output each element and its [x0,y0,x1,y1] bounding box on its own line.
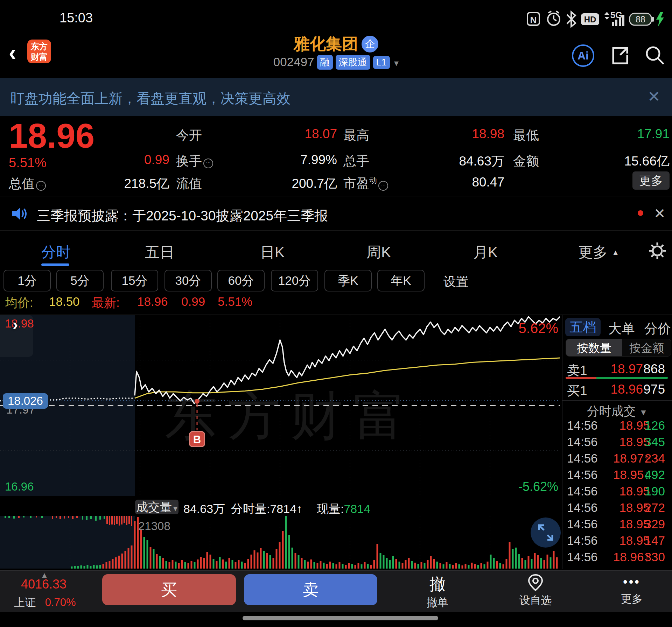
news-bar[interactable]: 三季报预披露：于2025-10-30披露2025年三季报 ✕ [0,197,672,231]
interval-button-30分[interactable]: 30分 [164,270,212,291]
toggle-by-amount[interactable]: 按金额 [622,339,671,357]
status-bar: 15:03 N HD 5G [0,8,672,29]
ask-row[interactable]: 卖1 18.97 868 [562,362,672,376]
toggle-by-quantity[interactable]: 按数量 [566,339,622,357]
sell-button[interactable]: 卖 [244,574,377,605]
trade-row[interactable]: 14:5618.95147 [562,534,672,549]
news-text[interactable]: 三季报预披露：于2025-10-30披露2025年三季报 [37,206,328,225]
bluetooth-icon [567,12,575,27]
turnover-label[interactable]: 换手⋯ [176,153,213,170]
svg-text:88: 88 [636,14,645,24]
change-value: 0.99 [91,153,169,167]
volume-header: 成交量▾ 84.63万 分时量:7814↑ 现量:7814 [0,500,560,515]
stock-name: 雅化集团 [294,35,358,53]
interval-button-年K[interactable]: 年K [377,270,425,291]
bid-row[interactable]: 买1 18.96 975 [562,382,672,396]
trade-list[interactable]: 14:5618.9512614:5618.9534514:5618.97↑234… [562,418,672,569]
home-indicator[interactable] [243,616,438,620]
buy-button[interactable]: 买 [102,574,236,605]
app-screen: 15:03 N HD 5G [0,0,672,627]
trade-row[interactable]: 14:5618.95190 [562,484,672,500]
trade-row[interactable]: 14:5618.95126 [562,418,672,434]
price-chart[interactable]: 18.98 › 17.97 18.026 16.96 5.62% -5.62% … [0,315,561,496]
cost-price-badge: 18.026 [3,393,48,409]
trade-row[interactable]: 14:5618.95272 [562,501,672,516]
trade-row[interactable]: 14:5618.97↑234 [562,451,672,467]
tab-price-dist[interactable]: 分价 [644,320,671,338]
fullscreen-button[interactable] [531,517,561,548]
mktcap-label[interactable]: 总值⋯ [9,175,46,192]
chevron-down-icon[interactable]: ▾ [394,58,399,68]
tab-big-orders[interactable]: 大单 [608,320,635,338]
axis-pct-high: 5.62% [519,320,558,336]
search-icon[interactable] [644,44,666,66]
banner-close-icon[interactable]: ✕ [648,87,660,105]
settings-gear-icon[interactable] [648,241,667,261]
interval-settings[interactable]: 设置 [443,273,469,290]
volume-dropdown[interactable]: 成交量▾ [135,500,178,514]
float-value: 200.7亿 [245,175,337,192]
tab-daily[interactable]: 日K [260,242,285,262]
divider [562,400,672,401]
trade-row[interactable]: 14:5618.96↑330 [562,550,672,565]
share-icon[interactable] [609,45,630,66]
interval-button-1分[interactable]: 1分 [4,270,51,291]
add-watchlist-button[interactable]: 设自选 [513,573,558,608]
index-name: 上证 [14,596,36,608]
interval-button-5分[interactable]: 5分 [56,270,104,291]
tab-weekly[interactable]: 周K [366,242,391,262]
news-close-icon[interactable]: ✕ [654,205,666,221]
latest-change: 0.99 [181,295,205,309]
axis-pct-low: -5.62% [518,479,558,494]
watchlist-pin-icon [526,573,545,592]
svg-text:N: N [530,15,537,25]
unread-dot [638,210,643,216]
interval-button-60分[interactable]: 60分 [217,270,265,291]
trade-row[interactable]: 14:5618.95329 [562,517,672,533]
trade-row[interactable]: 14:5618.95↓492 [562,468,672,483]
volume-label: 总手 [343,153,369,170]
low-label: 最低 [513,127,539,144]
tab-monthly[interactable]: 月K [473,242,498,262]
amount-label: 金额 [513,153,539,170]
more-actions-button[interactable]: ••• 更多 [609,573,654,606]
tab-minute[interactable]: 分时 [41,242,71,262]
change-percent: 5.51% [9,155,47,170]
tab-fiveday[interactable]: 五日 [145,242,174,262]
expand-chevron-icon[interactable]: › [13,315,18,334]
tab-more[interactable]: 更多 ▲ [578,242,619,262]
tab-five-level[interactable]: 五档 [565,318,601,336]
last-price: 18.96 [9,116,94,156]
trade-row[interactable]: 14:5618.95345 [562,435,672,450]
ai-button[interactable]: Ai [572,44,594,67]
chart-region: 东方财富 18.98 › 17.97 18.026 16.96 5.62% -5… [0,315,672,569]
pe-label[interactable]: 市盈动⋯ [343,175,388,192]
amount-value: 15.66亿 [578,153,670,170]
header: ‹ 东方财富 雅化集团企 002497融深股通L1 ▾ Ai [0,33,672,78]
ask-qty: 868 [632,362,665,376]
volume-chart[interactable]: 21308 [0,516,561,569]
bottom-nav: ▲ 4016.33 上证 0.70% 买 卖 撤 撤单 设自选 ••• 更多 [0,570,672,612]
margin-tag: 融 [317,55,333,70]
turnover-value: 7.99% [245,153,337,167]
chart-legend: 均价: 18.50 最新: 18.96 0.99 5.51% [0,295,672,315]
bid-ask-ratio-bar [566,377,668,379]
minute-volume: 分时量:7814↑ [231,501,302,517]
svg-text:HD: HD [584,15,596,24]
trades-header[interactable]: 分时成交 ▼ [562,403,672,420]
interval-button-15分[interactable]: 15分 [111,270,158,291]
company-badge[interactable]: 企 [362,36,378,52]
promo-banner[interactable]: 盯盘功能全面上新，看盘更直观，决策更高效 ✕ [0,78,672,116]
bid-qty: 975 [632,382,665,397]
more-quote-button[interactable]: 更多 [632,171,670,190]
float-label: 流值 [176,175,202,192]
info-icon: ⋯ [203,158,213,168]
index-summary[interactable]: 4016.33 上证 0.70% [14,577,91,610]
interval-button-120分[interactable]: 120分 [271,270,318,291]
interval-button-季K[interactable]: 季K [324,270,372,291]
latest-value: 18.96 [137,295,168,309]
stock-code-row[interactable]: 002497融深股通L1 ▾ [0,55,672,70]
qty-amount-toggle[interactable]: 按数量 按金额 [566,339,671,357]
cancel-order-button[interactable]: 撤 撤单 [416,573,458,610]
stock-code: 002497 [273,55,314,69]
